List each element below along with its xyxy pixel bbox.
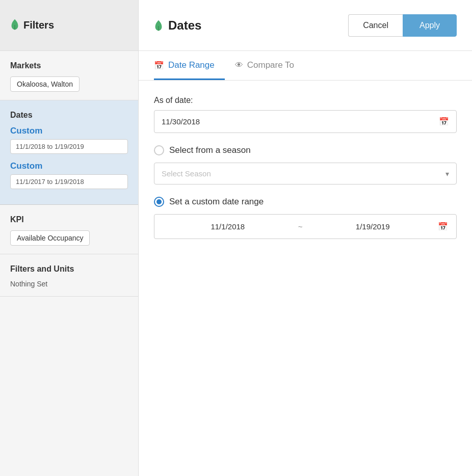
apply-button[interactable]: Apply (403, 14, 457, 37)
cancel-button[interactable]: Cancel (348, 14, 403, 37)
filters-units-title: Filters and Units (10, 265, 128, 274)
filters-units-section: Filters and Units Nothing Set (0, 254, 138, 297)
main-header: Dates Cancel Apply (139, 0, 472, 51)
kpi-chip[interactable]: Available Occupancy (10, 230, 90, 246)
markets-section: Markets Okaloosa, Walton (0, 51, 138, 100)
tab-compare-to-label: Compare To (247, 60, 294, 70)
sidebar: Filters Markets Okaloosa, Walton Dates C… (0, 0, 139, 476)
custom-date-radio-option[interactable]: Set a custom date range (154, 197, 457, 207)
tab-compare-to[interactable]: 👁 Compare To (235, 51, 304, 80)
tab-date-range-label: Date Range (168, 60, 215, 70)
kpi-section: KPI Available Occupancy (0, 205, 138, 254)
chevron-down-icon: ▾ (445, 170, 449, 178)
sidebar-title: Filters (23, 19, 54, 31)
main-panel: Dates Cancel Apply 📅 Date Range 👁 Compar… (139, 0, 472, 476)
main-header-title-area: Dates (154, 18, 201, 33)
main-header-leaf-icon (154, 19, 163, 32)
as-of-date-input[interactable]: 11/30/2018 📅 (154, 110, 457, 133)
season-select-placeholder: Select Season (162, 169, 211, 178)
custom-date-calendar-icon: 📅 (438, 222, 448, 231)
custom-date-radio-button[interactable] (154, 197, 164, 207)
main-content: As of date: 11/30/2018 📅 Select from a s… (139, 81, 472, 476)
dates-range-1: 11/1/2018 to 1/19/2019 (10, 139, 128, 154)
markets-chip[interactable]: Okaloosa, Walton (10, 76, 80, 92)
as-of-date-value: 11/30/2018 (162, 117, 200, 126)
season-select-dropdown[interactable]: Select Season ▾ (154, 163, 457, 184)
header-buttons: Cancel Apply (348, 14, 457, 37)
season-radio-button[interactable] (154, 145, 164, 155)
date-to-value: 1/19/2019 (307, 222, 438, 231)
sidebar-header: Filters (0, 0, 138, 51)
date-from-value: 11/1/2018 (163, 222, 293, 231)
sidebar-leaf-icon (10, 18, 19, 33)
as-of-date-calendar-icon: 📅 (439, 117, 449, 126)
custom-date-radio-label: Set a custom date range (169, 197, 264, 207)
main-title: Dates (168, 18, 201, 33)
eye-icon: 👁 (235, 61, 243, 70)
dates-range-2: 11/1/2017 to 1/19/2018 (10, 174, 128, 189)
season-radio-label: Select from a season (169, 145, 251, 155)
as-of-date-label: As of date: (154, 96, 457, 105)
markets-title: Markets (10, 61, 128, 70)
dates-custom-label-1[interactable]: Custom (10, 126, 128, 136)
date-range-separator: ~ (293, 222, 308, 231)
kpi-title: KPI (10, 215, 128, 224)
season-radio-option[interactable]: Select from a season (154, 145, 457, 155)
calendar-icon: 📅 (154, 61, 164, 70)
nothing-set: Nothing Set (10, 280, 128, 288)
custom-date-range-row[interactable]: 11/1/2018 ~ 1/19/2019 📅 (154, 214, 457, 239)
dates-section: Dates Custom 11/1/2018 to 1/19/2019 Cust… (0, 100, 138, 205)
dates-custom-label-2[interactable]: Custom (10, 161, 128, 171)
tab-date-range[interactable]: 📅 Date Range (154, 51, 225, 80)
tabs-bar: 📅 Date Range 👁 Compare To (139, 51, 472, 81)
dates-title: Dates (10, 111, 128, 120)
